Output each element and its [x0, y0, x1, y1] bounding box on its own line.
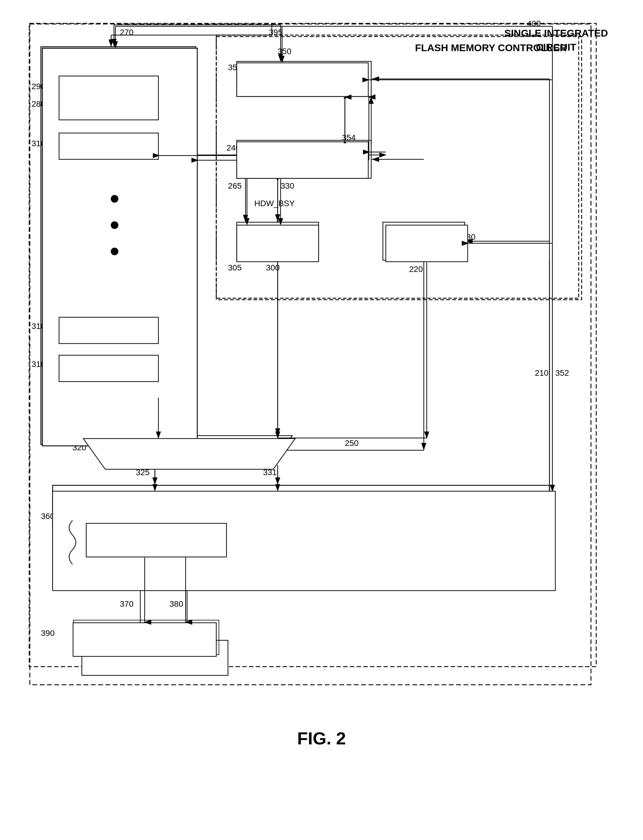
svg-rect-63	[237, 63, 368, 96]
svg-rect-70	[73, 623, 216, 656]
svg-rect-62	[59, 355, 158, 382]
svg-point-95	[111, 221, 118, 229]
svg-rect-59	[59, 76, 158, 120]
svg-rect-60	[59, 133, 158, 159]
svg-marker-67	[83, 438, 295, 469]
svg-rect-69	[86, 523, 227, 557]
svg-rect-65	[237, 225, 318, 261]
svg-point-94	[111, 195, 118, 203]
svg-rect-61	[59, 317, 158, 343]
page: 400 SINGLE INTEGRATEDCIRCUIT 350 270 395…	[0, 0, 643, 840]
svg-point-96	[111, 248, 118, 255]
svg-rect-66	[386, 225, 468, 261]
svg-rect-64	[237, 142, 368, 178]
